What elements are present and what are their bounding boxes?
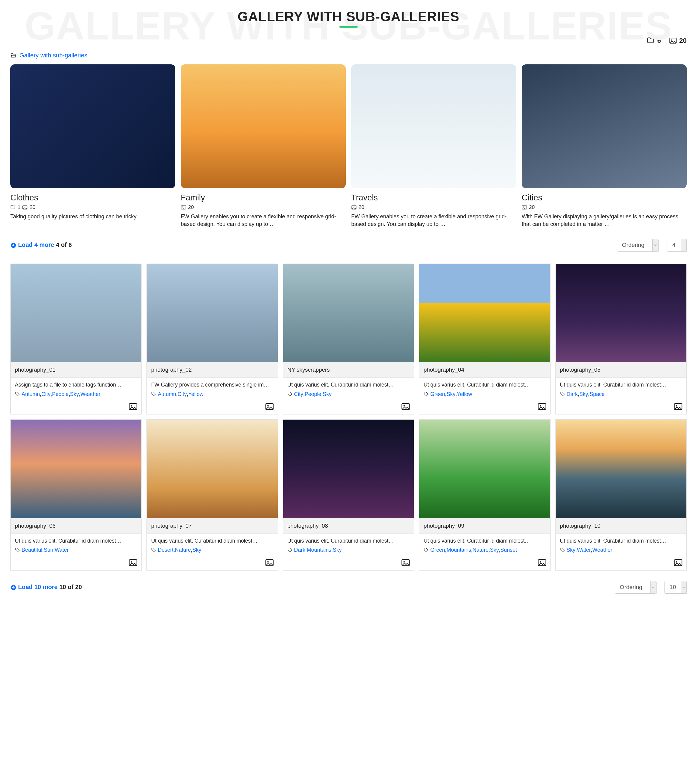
image-card[interactable]: photography_06Ut quis varius elit. Curab… (10, 419, 142, 570)
subgallery-card[interactable]: Family20FW Gallery enables you to create… (181, 64, 346, 228)
image-body: Ut quis varius elit. Curabitur id diam m… (556, 378, 686, 414)
image-controls: Load 10 more 10 of 20 Ordering 10 (10, 581, 687, 594)
tag-link[interactable]: Green (430, 391, 445, 397)
subgallery-card[interactable]: Travels20FW Gallery enables you to creat… (351, 64, 516, 228)
image-tags: Autumn, City, People, Sky, Weather (15, 391, 137, 397)
tag-link[interactable]: Mountains (447, 547, 471, 553)
hero-underline (339, 26, 358, 28)
tag-link[interactable]: Water (55, 547, 69, 553)
image-thumb[interactable] (556, 420, 686, 518)
tag-link[interactable]: Sky (323, 391, 332, 397)
tag-link[interactable]: City (294, 391, 303, 397)
subgallery-thumb[interactable] (522, 64, 687, 188)
image-load-count: 10 of 20 (59, 584, 82, 590)
image-tags: Green, Mountains, Nature, Sky, Sunset (424, 547, 546, 553)
image-thumb[interactable] (11, 264, 141, 362)
tag-link[interactable]: Sky (447, 391, 456, 397)
image-thumb[interactable] (11, 420, 141, 518)
image-tags: City, People, Sky (287, 391, 410, 397)
image-card[interactable]: photography_02FW Gallery provides a comp… (147, 264, 278, 415)
image-card[interactable]: photography_08Ut quis varius elit. Curab… (283, 419, 414, 570)
tag-link[interactable]: Sky (192, 547, 201, 553)
image-card[interactable]: photography_07Ut quis varius elit. Curab… (147, 419, 278, 570)
image-desc: Ut quis varius elit. Curabitur id diam m… (151, 537, 273, 545)
image-body: Assign tags to a file to enable tags fun… (11, 378, 141, 414)
image-perpage-select[interactable]: 10 (664, 581, 687, 594)
image-thumb[interactable] (147, 264, 277, 362)
tag-link[interactable]: Mountains (307, 547, 332, 553)
subgallery-folder-count: 1 (18, 204, 20, 211)
image-title: photography_08 (283, 518, 414, 534)
image-load-link[interactable]: Load 10 more (18, 584, 58, 590)
chevron-down-icon (681, 239, 686, 251)
tag-link[interactable]: Nature (472, 547, 489, 553)
image-icon (351, 205, 357, 210)
image-card[interactable]: photography_04Ut quis varius elit. Curab… (419, 264, 550, 415)
image-thumb[interactable] (556, 264, 686, 362)
tag-link[interactable]: Nature (175, 547, 191, 553)
ordering-label: Ordering (617, 239, 652, 251)
subgallery-thumb[interactable] (10, 64, 175, 188)
tag-link[interactable]: Sunset (500, 547, 517, 553)
tag-link[interactable]: Yellow (188, 391, 203, 397)
image-thumb[interactable] (419, 420, 550, 518)
subgallery-ordering-select[interactable]: Ordering (617, 239, 658, 251)
image-tags: Desert, Nature, Sky (151, 547, 273, 553)
page-hero: GALLERY WITH SUB-GALLERIES GALLERY WITH … (10, 9, 687, 28)
tag-link[interactable]: Autumn (21, 391, 40, 397)
tag-link[interactable]: People (52, 391, 69, 397)
tag-link[interactable]: Dark (294, 547, 306, 553)
tag-link[interactable]: Sky (490, 547, 499, 553)
tag-link[interactable]: People (305, 391, 322, 397)
breadcrumb-link[interactable]: Gallery with sub-galleries (20, 52, 87, 59)
image-body: Ut quis varius elit. Curabitur id diam m… (556, 534, 686, 570)
tag-link[interactable]: City (178, 391, 187, 397)
load-more-icon (10, 242, 17, 249)
tag-link[interactable]: Sky (70, 391, 79, 397)
tag-link[interactable]: Space (590, 391, 605, 397)
tag-link[interactable]: Beautiful (21, 547, 42, 553)
subgallery-meta: 20 (522, 204, 687, 211)
perpage-label: 4 (667, 239, 681, 251)
tag-link[interactable]: City (41, 391, 50, 397)
image-card[interactable]: photography_10Ut quis varius elit. Curab… (555, 419, 687, 570)
image-thumb[interactable] (419, 264, 550, 362)
tag-link[interactable]: Weather (593, 547, 613, 553)
subgallery-thumb[interactable] (351, 64, 516, 188)
tag-link[interactable]: Sky (567, 547, 575, 553)
image-card[interactable]: photography_01Assign tags to a file to e… (10, 264, 142, 415)
subgallery-title: Clothes (10, 193, 175, 203)
chevron-down-icon (681, 581, 686, 593)
tag-link[interactable]: Green (430, 547, 445, 553)
image-ordering-select[interactable]: Ordering (614, 581, 656, 594)
tag-link[interactable]: Sun (44, 547, 53, 553)
tag-link[interactable]: Dark (567, 391, 578, 397)
image-type-icon (674, 558, 683, 567)
subgallery-thumb[interactable] (181, 64, 346, 188)
subgallery-perpage-select[interactable]: 4 (667, 239, 687, 251)
image-title: photography_02 (147, 362, 277, 378)
subgallery-load-link[interactable]: Load 4 more (18, 241, 55, 248)
image-thumb[interactable] (147, 420, 277, 518)
tag-link[interactable]: Yellow (457, 391, 472, 397)
image-desc: Ut quis varius elit. Curabitur id diam m… (287, 537, 410, 545)
image-card[interactable]: photography_09Ut quis varius elit. Curab… (419, 419, 550, 570)
image-card[interactable]: photography_05Ut quis varius elit. Curab… (555, 264, 687, 415)
tag-link[interactable]: Weather (81, 391, 101, 397)
image-thumb[interactable] (283, 420, 414, 518)
tag-link[interactable]: Sky (333, 547, 342, 553)
subgallery-card[interactable]: Clothes120Taking good quality pictures o… (10, 64, 175, 228)
subgallery-meta: 120 (10, 204, 175, 211)
tag-link[interactable]: Water (577, 547, 591, 553)
subgallery-desc: Taking good quality pictures of clothing… (10, 213, 175, 221)
tag-link[interactable]: Autumn (158, 391, 176, 397)
image-body: Ut quis varius elit. Curabitur id diam m… (283, 534, 414, 570)
ordering-label: Ordering (615, 581, 650, 593)
tag-link[interactable]: Sky (579, 391, 588, 397)
image-card[interactable]: NY skyscrappersUt quis varius elit. Cura… (283, 264, 414, 415)
subgallery-load-count: 4 of 6 (56, 241, 72, 248)
tag-link[interactable]: Desert (158, 547, 173, 553)
image-thumb[interactable] (283, 264, 414, 362)
image-title: photography_10 (556, 518, 686, 534)
subgallery-card[interactable]: Cities20With FW Gallery displaying a gal… (522, 64, 687, 228)
